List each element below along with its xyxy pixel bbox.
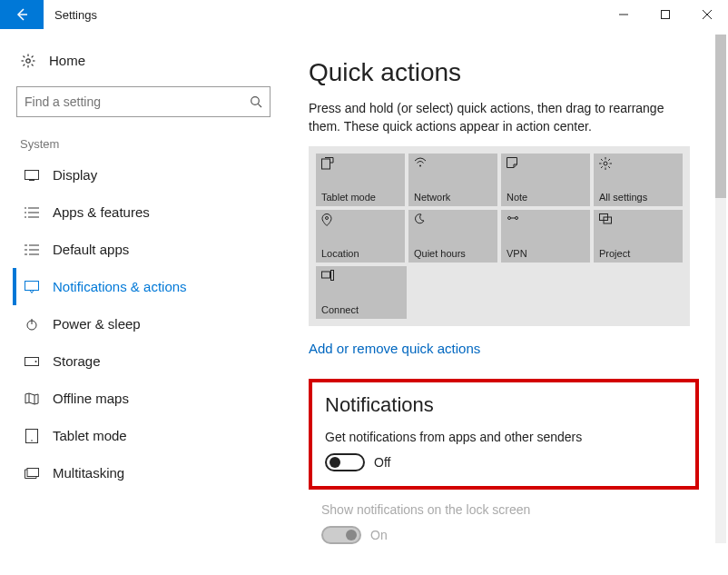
sidebar-home[interactable]: Home (13, 47, 274, 74)
gear-icon (599, 157, 677, 172)
map-icon (24, 392, 40, 405)
sidebar-item-storage[interactable]: Storage (13, 342, 274, 380)
svg-line-10 (32, 64, 34, 65)
gear-icon (20, 54, 36, 68)
tile-all-settings[interactable]: All settings (594, 154, 683, 206)
sidebar-item-label: Multitasking (53, 465, 124, 481)
svg-point-33 (35, 361, 37, 362)
lock-screen-label: Show notifications on the lock screen (321, 502, 703, 517)
sidebar-home-label: Home (49, 53, 85, 68)
lock-screen-toggle (321, 526, 361, 544)
back-button[interactable] (0, 0, 44, 29)
add-remove-link[interactable]: Add or remove quick actions (309, 341, 480, 356)
sidebar-item-label: Storage (53, 353, 101, 369)
sidebar-item-label: Display (53, 167, 97, 183)
svg-line-46 (601, 159, 603, 161)
sidebar-item-apps[interactable]: Apps & features (13, 193, 274, 231)
note-icon (507, 157, 585, 172)
tile-label: Project (599, 248, 677, 259)
quick-actions-desc: Press and hold (or select) quick actions… (309, 100, 690, 135)
svg-rect-15 (25, 170, 39, 179)
titlebar-spacer (108, 0, 603, 29)
project-icon (599, 213, 677, 228)
search-icon (250, 95, 262, 108)
close-button[interactable] (686, 0, 728, 29)
svg-point-37 (31, 440, 33, 441)
main-content: Quick actions Press and hold (or select)… (281, 29, 728, 575)
search-field[interactable] (25, 94, 250, 109)
tile-label: Connect (321, 304, 401, 315)
svg-line-12 (24, 64, 25, 65)
notification-icon (24, 281, 40, 293)
sidebar-item-label: Offline maps (53, 391, 129, 406)
power-icon (24, 318, 40, 331)
sidebar-item-power[interactable]: Power & sleep (13, 305, 274, 342)
minimize-button[interactable] (603, 0, 644, 29)
lock-screen-state: On (370, 528, 388, 542)
svg-point-52 (516, 217, 518, 220)
location-icon (321, 213, 399, 228)
storage-icon (24, 357, 40, 366)
tile-project[interactable]: Project (594, 210, 683, 263)
svg-rect-39 (322, 159, 330, 169)
notif-toggle[interactable] (325, 453, 365, 471)
svg-point-51 (508, 217, 511, 220)
sidebar-group-label: System (13, 130, 274, 156)
svg-rect-38 (27, 468, 39, 476)
sidebar-item-tablet[interactable]: Tablet mode (13, 417, 274, 454)
sidebar-item-multitasking[interactable]: Multitasking (13, 454, 274, 491)
tile-network[interactable]: Network (408, 154, 497, 206)
tile-tablet-mode[interactable]: Tablet mode (316, 154, 405, 206)
svg-rect-1 (662, 11, 670, 19)
scrollbar[interactable] (715, 35, 726, 543)
tile-label: All settings (599, 192, 677, 203)
search-input[interactable] (16, 86, 271, 117)
sidebar-item-label: Power & sleep (53, 316, 141, 332)
multitasking-icon (24, 468, 40, 479)
tile-label: Note (507, 192, 585, 203)
window-title: Settings (44, 0, 108, 29)
svg-rect-29 (25, 281, 39, 290)
svg-line-14 (258, 104, 261, 107)
svg-line-9 (24, 55, 25, 57)
notifications-highlight: Notifications Get notifications from app… (309, 379, 699, 490)
sidebar-item-notifications[interactable]: Notifications & actions (13, 268, 274, 305)
tile-label: VPN (507, 248, 585, 259)
maximize-button[interactable] (644, 0, 686, 29)
svg-line-47 (608, 166, 610, 168)
tile-connect[interactable]: Connect (316, 266, 407, 319)
vpn-icon (507, 213, 585, 228)
sidebar-item-label: Notifications & actions (53, 279, 187, 294)
tile-label: Network (414, 192, 492, 203)
tile-label: Location (321, 248, 399, 259)
moon-icon (414, 213, 492, 228)
default-apps-icon (24, 244, 40, 255)
quick-actions-panel: Tablet mode Network Note All settings Lo… (309, 146, 690, 326)
tablet-mode-icon (321, 157, 399, 172)
svg-line-49 (601, 166, 603, 168)
svg-point-13 (251, 97, 260, 105)
tile-vpn[interactable]: VPN (501, 210, 590, 263)
tile-quiet-hours[interactable]: Quiet hours (408, 210, 497, 263)
scrollbar-thumb[interactable] (715, 35, 726, 198)
tablet-icon (24, 429, 40, 443)
sidebar-item-label: Apps & features (53, 204, 150, 220)
quick-actions-heading: Quick actions (309, 58, 703, 87)
display-icon (24, 170, 40, 181)
sidebar-item-label: Default apps (53, 242, 129, 257)
svg-point-40 (419, 165, 421, 167)
sidebar-item-label: Tablet mode (53, 428, 127, 443)
titlebar: Settings (0, 0, 728, 29)
list-icon (24, 207, 40, 218)
svg-line-11 (32, 55, 34, 57)
tile-location[interactable]: Location (316, 210, 405, 263)
sidebar-item-maps[interactable]: Offline maps (13, 380, 274, 417)
sidebar-item-display[interactable]: Display (13, 156, 274, 193)
connect-icon (321, 270, 401, 284)
tile-label: Tablet mode (321, 192, 399, 203)
svg-rect-56 (322, 272, 330, 278)
notif-setting-label: Get notifications from apps and other se… (325, 430, 683, 444)
sidebar-item-default-apps[interactable]: Default apps (13, 231, 274, 268)
tile-note[interactable]: Note (501, 154, 590, 206)
svg-line-48 (608, 159, 610, 161)
